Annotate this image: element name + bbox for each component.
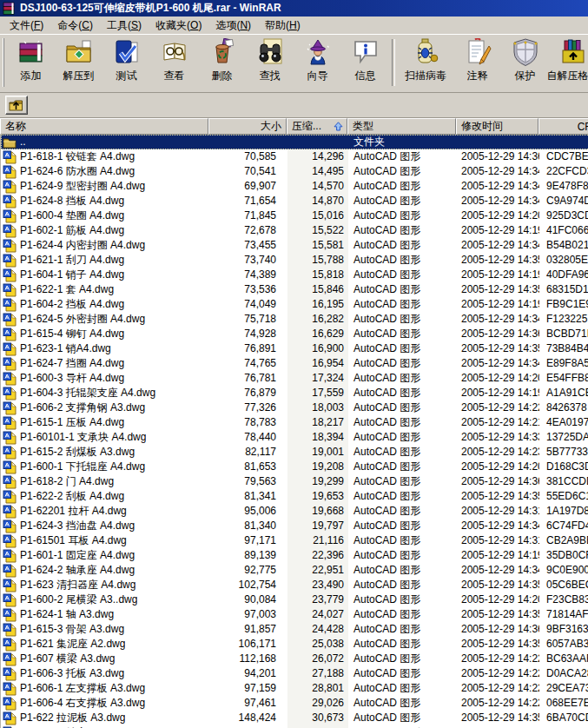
menu-item[interactable]: 工具(S) xyxy=(100,17,149,35)
file-row[interactable]: P1-600-4 垫圈 A4.dwg71,84515,016AutoCAD 图形… xyxy=(1,208,588,223)
column-header[interactable]: 大小 xyxy=(208,118,287,135)
file-row[interactable]: P1-624-8 挡板 A4.dwg71,65414,870AutoCAD 图形… xyxy=(1,194,588,208)
column-header-label: 压缩... xyxy=(292,119,321,134)
file-row[interactable]: P1-604-1 销子 A4.dwg74,38915,818AutoCAD 图形… xyxy=(1,268,588,282)
file-size: 148,424 xyxy=(209,711,287,725)
column-header[interactable]: CRC32 xyxy=(538,118,588,135)
file-crc32: F23CB83 xyxy=(539,592,588,607)
file-name: P1-621-1 刮刀 A4.dwg xyxy=(20,253,124,268)
file-type: AutoCAD 图形 xyxy=(348,356,457,371)
up-directory-button[interactable] xyxy=(5,96,28,115)
column-header-label: 类型 xyxy=(353,119,373,134)
dwg-file-icon xyxy=(3,431,17,445)
menu-item[interactable]: 选项(N) xyxy=(208,17,258,35)
file-row[interactable]: P1-615-3 骨架 A3.dwg91,85724,428AutoCAD 图形… xyxy=(1,622,588,637)
menu-item[interactable]: 命令(C) xyxy=(50,17,100,35)
file-size: 97,461 xyxy=(209,696,287,711)
parent-directory-row[interactable]: ..文件夹 xyxy=(1,135,588,149)
file-row[interactable]: P1-60101-1 支承块 A4.dwg78,44018,394AutoCAD… xyxy=(1,430,588,445)
file-row[interactable]: P1-624-2 轴承座 A4.dwg92,77522,951AutoCAD 图… xyxy=(1,563,588,578)
file-row[interactable]: P1-623-1 销A4.dwg76,89116,900AutoCAD 图形20… xyxy=(1,341,588,356)
file-row[interactable]: P1-600-1 下托辊座 A4.dwg81,65319,208AutoCAD … xyxy=(1,460,588,474)
file-row[interactable]: P1-623 清扫器座 A4.dwg102,75423,490AutoCAD 图… xyxy=(1,578,588,592)
file-type: AutoCAD 图形 xyxy=(348,312,457,327)
file-size: 76,781 xyxy=(209,371,287,386)
toolbar-button[interactable]: 测试 xyxy=(102,35,150,84)
file-row[interactable]: P1-600-3 导杆 A4.dwg76,78117,324AutoCAD 图形… xyxy=(1,371,588,386)
file-row[interactable]: P1-624-6 防水圈 A4.dwg70,54114,495AutoCAD 图… xyxy=(1,164,588,179)
file-row[interactable]: P1-624-4 内密封圈 A4.dwg73,45515,581AutoCAD … xyxy=(1,238,588,253)
menu-item[interactable]: 收藏夹(O) xyxy=(149,17,208,35)
file-packed-size: 16,629 xyxy=(287,327,348,341)
dwg-file-icon xyxy=(3,667,17,681)
toolbar-button[interactable]: 解压到 xyxy=(55,35,102,84)
toolbar-button[interactable]: 自解压格式 xyxy=(549,35,588,84)
file-row[interactable]: P1-624-5 外密封圈 A4.dwg75,71816,282AutoCAD … xyxy=(1,312,588,327)
file-row[interactable]: P1-606-1 左支撑板 A3.dwg97,15928,801AutoCAD … xyxy=(1,681,588,696)
file-row[interactable]: P1-621-1 刮刀 A4.dwg73,74015,788AutoCAD 图形… xyxy=(1,253,588,268)
file-row[interactable]: P1-601-1 固定座 A4.dwg89,13922,396AutoCAD 图… xyxy=(1,548,588,563)
toolbar-button-label: 扫描病毒 xyxy=(405,69,446,83)
dwg-file-icon xyxy=(3,652,17,666)
file-row[interactable]: P1-621 集泥座 A2.dwg106,17125,038AutoCAD 图形… xyxy=(1,637,588,652)
file-size: 69,907 xyxy=(209,179,287,194)
file-modified-time: 2005-12-29 14:34 xyxy=(457,356,539,371)
file-row[interactable]: P1-602-1 筋板 A4.dwg72,67815,522AutoCAD 图形… xyxy=(1,223,588,238)
toolbar-button[interactable]: 信息 xyxy=(341,35,389,84)
file-row[interactable]: P1-606-2 支撑角钢 A3.dwg77,32618,003AutoCAD … xyxy=(1,400,588,415)
dwg-file-icon xyxy=(3,697,17,711)
file-row[interactable]: P1-615-1 压板 A4.dwg78,78318,217AutoCAD 图形… xyxy=(1,415,588,430)
file-row[interactable]: P1-615-4 铆钉 A4.dwg74,92816,629AutoCAD 图形… xyxy=(1,327,588,341)
file-row[interactable]: P1-622-2 刮板 A4.dwg81,34119,653AutoCAD 图形… xyxy=(1,489,588,504)
toolbar-button[interactable]: 注释 xyxy=(453,35,501,84)
toolbar-button[interactable]: 添加 xyxy=(7,35,55,84)
file-type: AutoCAD 图形 xyxy=(348,592,457,607)
menu-item[interactable]: 帮助(H) xyxy=(258,17,307,35)
file-row[interactable]: P1-61501 耳板 A4.dwg97,17121,116AutoCAD 图形… xyxy=(1,533,588,548)
file-modified-time: 2005-12-29 14:19 xyxy=(457,223,539,238)
file-row[interactable]: P1-607 横梁 A3.dwg112,16826,072AutoCAD 图形2… xyxy=(1,652,588,666)
column-header[interactable]: 类型 xyxy=(347,118,456,135)
file-row[interactable]: P1-622 拉泥板 A3.dwg148,42430,673AutoCAD 图形… xyxy=(1,711,588,725)
toolbar-button[interactable]: 查看 xyxy=(150,35,198,84)
file-row[interactable]: P1-624-9 型密封圈 A4.dwg69,90714,570AutoCAD … xyxy=(1,179,588,194)
title-bar[interactable]: DSJ100-63-125可伸缩皮带机P1-600 机尾.rar - WinRA… xyxy=(0,0,588,17)
toolbar-button[interactable]: 保护 xyxy=(501,35,549,84)
file-row[interactable]: P1-606-3 托板 A3.dwg94,20127,188AutoCAD 图形… xyxy=(1,666,588,681)
file-row[interactable]: P1-606-4 右支撑板 A3.dwg97,46129,026AutoCAD … xyxy=(1,696,588,711)
toolbar-grip-handle[interactable] xyxy=(3,38,4,87)
file-packed-size: 15,818 xyxy=(287,268,348,282)
file-packed-size: 15,788 xyxy=(287,253,348,268)
file-row[interactable]: P1-622-1 套 A4.dwg73,53615,846AutoCAD 图形2… xyxy=(1,282,588,297)
file-crc32: 9BF3163 xyxy=(539,622,588,637)
file-row[interactable]: P1-618-1 铰链套 A4.dwg70,58514,296AutoCAD 图… xyxy=(1,149,588,164)
file-modified-time xyxy=(457,135,539,149)
file-row[interactable]: P1-624-3 挡油盘 A4.dwg81,34019,797AutoCAD 图… xyxy=(1,519,588,533)
file-row[interactable]: P1-600-2 尾横梁 A3..dwg90,08423,779AutoCAD … xyxy=(1,592,588,607)
dwg-file-icon xyxy=(3,564,17,578)
file-size: 73,455 xyxy=(209,238,287,253)
toolbar-button[interactable]: 向导 xyxy=(294,35,341,84)
file-type: AutoCAD 图形 xyxy=(348,253,457,268)
file-row[interactable]: P1-62201 拉杆 A4.dwg95,00619,668AutoCAD 图形… xyxy=(1,504,588,519)
file-modified-time: 2005-12-29 14:34 xyxy=(457,312,539,327)
toolbar-button[interactable]: 删除 xyxy=(198,35,246,84)
file-row[interactable]: P1-624-1 轴 A3.dwg97,00324,027AutoCAD 图形2… xyxy=(1,607,588,622)
toolbar-button[interactable]: 查找 xyxy=(246,35,294,84)
file-row[interactable]: P1-618-2 门 A4.dwg79,56319,299AutoCAD 图形2… xyxy=(1,474,588,489)
file-crc32: FB9C1E9 xyxy=(539,297,588,312)
file-modified-time: 2005-12-29 14:20 xyxy=(457,208,539,223)
file-row[interactable]: P1-624-7 挡圈 A4.dwg74,76516,954AutoCAD 图形… xyxy=(1,356,588,371)
column-header[interactable]: 名称 xyxy=(0,118,208,135)
file-crc32: 55ED6C1 xyxy=(539,489,588,504)
file-size: 89,139 xyxy=(209,548,287,563)
column-header[interactable]: 压缩... xyxy=(287,118,347,135)
file-row[interactable]: P1-604-3 托辊架支座 A4.dwg76,87917,559AutoCAD… xyxy=(1,386,588,400)
file-row[interactable]: P1-604-2 挡板 A4.dwg74,04916,195AutoCAD 图形… xyxy=(1,297,588,312)
menu-item[interactable]: 文件(F) xyxy=(3,17,50,35)
file-modified-time: 2005-12-29 14:36 xyxy=(457,327,539,341)
file-row[interactable]: P1-615-2 刮煤板 A3.dwg82,11719,001AutoCAD 图… xyxy=(1,445,588,460)
column-header[interactable]: 修改时间 xyxy=(456,118,538,135)
toolbar-button[interactable]: 扫描病毒 xyxy=(398,35,453,84)
file-type: AutoCAD 图形 xyxy=(348,681,457,696)
